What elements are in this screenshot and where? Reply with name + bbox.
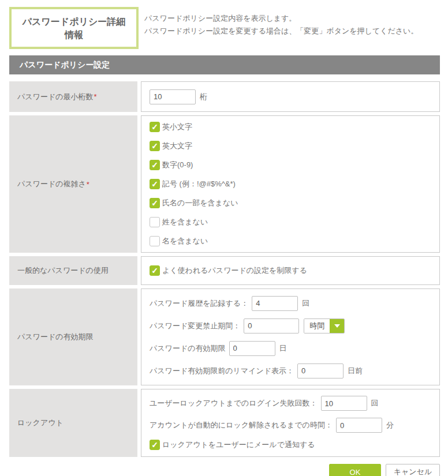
checkbox-option-uppercase[interactable]: 英大文字: [150, 141, 434, 151]
row-expiration: パスワードの有効期限 パスワード履歴を記録する： 回 パスワード変更禁止期間： …: [9, 288, 440, 385]
remind-unit: 日前: [348, 366, 363, 376]
complexity-content: 英小文字 英大文字 数字(0-9) 記号 (例：!@#$%^&*) 氏名の一部を…: [141, 115, 440, 253]
fail-count-line: ユーザーロックアウトまでのログイン失敗回数： 回: [150, 396, 434, 411]
time-unit-select[interactable]: 時間: [304, 318, 345, 333]
min-length-label: パスワードの最小桁数*: [9, 81, 137, 112]
expire-days-input[interactable]: [229, 341, 275, 356]
checkbox-label: 名を含まない: [162, 236, 208, 246]
change-prohibit-line: パスワード変更禁止期間： 時間: [150, 318, 434, 333]
checkbox-icon[interactable]: [150, 179, 160, 189]
row-complexity: パスワードの複雑さ* 英小文字 英大文字 数字(0-9) 記号 (例：!@#$%…: [9, 115, 440, 253]
lockout-content: ユーザーロックアウトまでのログイン失敗回数： 回 アカウントが自動的にロック解除…: [141, 389, 440, 457]
button-bar: OK キャンセル: [9, 464, 440, 476]
description-line-1: パスワードポリシー設定内容を表示します。: [144, 12, 418, 25]
time-unit-select-value: 時間: [304, 319, 330, 333]
checkbox-icon[interactable]: [150, 198, 160, 208]
description-line-2: パスワードポリシー設定を変更する場合は、「変更」ボタンを押してください。: [144, 25, 418, 38]
expire-days-text: パスワードの有効期限: [150, 343, 226, 354]
checkbox-label: 氏名の一部を含まない: [162, 198, 238, 208]
change-prohibit-text: パスワード変更禁止期間：: [150, 321, 240, 331]
min-length-input[interactable]: [150, 89, 196, 104]
unlock-time-line: アカウントが自動的にロック解除されるまでの時間： 分: [150, 418, 434, 433]
section-header: パスワードポリシー設定: [9, 55, 440, 74]
chevron-down-icon[interactable]: [330, 319, 344, 333]
checkbox-label: 記号 (例：!@#$%^&*): [162, 179, 236, 189]
common-password-label-text: 一般的なパスワードの使用: [17, 265, 109, 276]
change-prohibit-input[interactable]: [244, 318, 299, 333]
page-title-text: パスワードポリシー詳細情報: [20, 15, 128, 42]
complexity-label: パスワードの複雑さ*: [9, 115, 137, 253]
unlock-time-text: アカウントが自動的にロック解除されるまでの時間：: [150, 420, 333, 430]
page-header: パスワードポリシー詳細情報 パスワードポリシー設定内容を表示します。 パスワード…: [9, 7, 440, 49]
history-text: パスワード履歴を記録する：: [150, 298, 248, 309]
checkbox-option-lowercase[interactable]: 英小文字: [150, 122, 434, 132]
min-length-unit: 桁: [200, 92, 207, 102]
fail-count-unit: 回: [371, 398, 379, 408]
checkbox-option-no-surname[interactable]: 姓を含まない: [150, 217, 434, 227]
password-policy-detail-page: パスワードポリシー詳細情報 パスワードポリシー設定内容を表示します。 パスワード…: [0, 0, 448, 476]
expire-days-line: パスワードの有効期限 日: [150, 341, 434, 356]
history-line: パスワード履歴を記録する： 回: [150, 296, 434, 311]
expiration-label: パスワードの有効期限: [9, 288, 137, 385]
remind-text: パスワード有効期限前のリマインド表示：: [150, 366, 294, 376]
expire-days-unit: 日: [279, 343, 287, 354]
remind-days-input[interactable]: [297, 363, 344, 378]
checkbox-option-no-fullname[interactable]: 氏名の一部を含まない: [150, 198, 434, 208]
checkbox-label: よく使われるパスワードの設定を制限する: [162, 265, 307, 276]
fail-count-text: ユーザーロックアウトまでのログイン失敗回数：: [150, 398, 318, 408]
section-header-text: パスワードポリシー設定: [20, 60, 110, 70]
history-unit: 回: [302, 298, 309, 309]
checkbox-label: 数字(0-9): [162, 160, 193, 170]
checkbox-option-symbols[interactable]: 記号 (例：!@#$%^&*): [150, 179, 434, 189]
common-password-content: よく使われるパスワードの設定を制限する: [141, 256, 440, 285]
checkbox-icon[interactable]: [150, 236, 160, 246]
cancel-button[interactable]: キャンセル: [386, 464, 440, 476]
checkbox-icon[interactable]: [150, 122, 160, 132]
min-length-content: 桁: [141, 81, 440, 112]
common-password-label: 一般的なパスワードの使用: [9, 256, 137, 285]
complexity-label-text: パスワードの複雑さ: [17, 179, 86, 189]
row-lockout: ロックアウト ユーザーロックアウトまでのログイン失敗回数： 回 アカウントが自動…: [9, 389, 440, 457]
lockout-label: ロックアウト: [9, 389, 137, 457]
remind-line: パスワード有効期限前のリマインド表示： 日前: [150, 363, 434, 378]
required-asterisk: *: [87, 180, 89, 189]
row-common-password: 一般的なパスワードの使用 よく使われるパスワードの設定を制限する: [9, 256, 440, 285]
fail-count-input[interactable]: [321, 396, 367, 411]
min-length-label-text: パスワードの最小桁数: [17, 92, 94, 102]
checkbox-option-no-givenname[interactable]: 名を含まない: [150, 236, 434, 246]
checkbox-label: 英小文字: [162, 122, 192, 132]
unlock-time-unit: 分: [386, 420, 394, 430]
checkbox-icon[interactable]: [150, 265, 160, 276]
checkbox-label: ロックアウトをユーザーにメールで通知する: [162, 440, 315, 450]
lockout-label-text: ロックアウト: [17, 418, 64, 428]
required-asterisk: *: [94, 92, 97, 101]
checkbox-option-restrict-common[interactable]: よく使われるパスワードの設定を制限する: [150, 265, 434, 276]
checkbox-option-notify-lockout[interactable]: ロックアウトをユーザーにメールで通知する: [150, 440, 434, 450]
row-min-length: パスワードの最小桁数* 桁: [9, 81, 440, 112]
page-description: パスワードポリシー設定内容を表示します。 パスワードポリシー設定を変更する場合は…: [139, 7, 418, 38]
expiration-content: パスワード履歴を記録する： 回 パスワード変更禁止期間： 時間 パスワードの有効…: [141, 288, 440, 385]
checkbox-label: 英大文字: [162, 141, 192, 151]
checkbox-icon[interactable]: [150, 141, 160, 151]
unlock-time-input[interactable]: [336, 418, 382, 433]
history-count-input[interactable]: [252, 296, 298, 311]
expiration-label-text: パスワードの有効期限: [17, 332, 94, 342]
checkbox-icon[interactable]: [150, 440, 160, 450]
checkbox-icon[interactable]: [150, 217, 160, 227]
ok-button[interactable]: OK: [329, 464, 381, 476]
checkbox-option-digits[interactable]: 数字(0-9): [150, 160, 434, 170]
page-title: パスワードポリシー詳細情報: [9, 7, 139, 49]
checkbox-label: 姓を含まない: [162, 217, 208, 227]
checkbox-icon[interactable]: [150, 160, 160, 170]
